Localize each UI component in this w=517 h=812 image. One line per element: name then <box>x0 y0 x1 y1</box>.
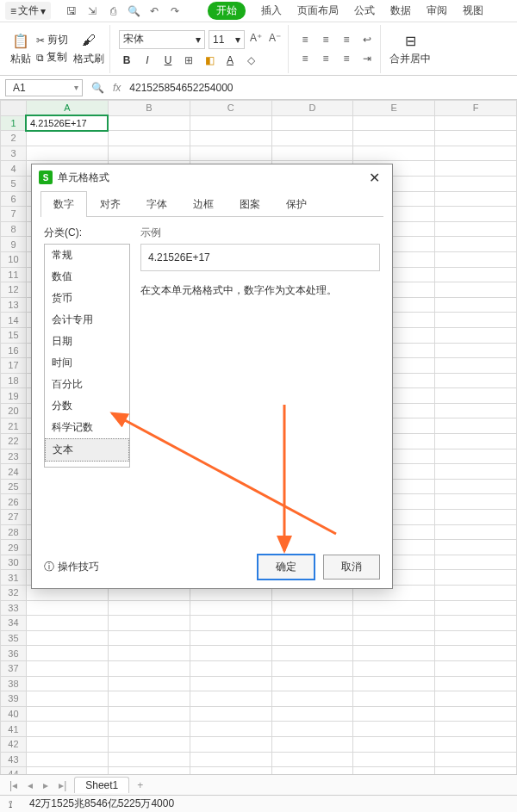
tab-pagelayout[interactable]: 页面布局 <box>297 3 339 18</box>
row-header[interactable]: 17 <box>1 358 27 374</box>
name-box[interactable]: A1 <box>5 79 83 96</box>
row-header[interactable]: 16 <box>1 343 27 358</box>
dlg-tab-number[interactable]: 数字 <box>40 191 87 217</box>
ok-button[interactable]: 确定 <box>258 555 315 580</box>
col-header[interactable]: D <box>271 101 353 116</box>
italic-icon[interactable]: I <box>140 53 155 68</box>
row-header[interactable]: 5 <box>1 176 27 191</box>
align-center-icon[interactable]: ≡ <box>318 51 333 66</box>
row-header[interactable]: 13 <box>1 297 27 313</box>
tab-formula[interactable]: 公式 <box>354 3 375 18</box>
row-header[interactable]: 27 <box>1 510 27 525</box>
tab-view[interactable]: 视图 <box>463 3 483 18</box>
row-header[interactable]: 3 <box>1 146 27 161</box>
row-header[interactable]: 43 <box>1 752 27 767</box>
file-menu[interactable]: ≡ 文件 ▾ <box>5 2 51 20</box>
row-header[interactable]: 14 <box>1 313 27 328</box>
align-bot-icon[interactable]: ≡ <box>339 32 354 47</box>
col-header[interactable]: E <box>353 101 435 116</box>
tab-insert[interactable]: 插入 <box>261 3 282 18</box>
redo-icon[interactable]: ↷ <box>168 4 182 18</box>
sheet-tab-1[interactable]: Sheet1 <box>74 777 129 793</box>
col-header[interactable]: A <box>26 101 108 116</box>
cut-button[interactable]: ✂剪切 <box>36 33 68 47</box>
zoom-icon[interactable]: 🔍 <box>91 82 104 94</box>
row-header[interactable]: 7 <box>1 207 27 222</box>
row-header[interactable]: 42 <box>1 736 27 752</box>
row-header[interactable]: 29 <box>1 540 27 555</box>
row-header[interactable]: 6 <box>1 191 27 207</box>
dlg-tab-pattern[interactable]: 图案 <box>227 191 273 217</box>
border-icon[interactable]: ⊞ <box>181 53 196 68</box>
row-header[interactable]: 37 <box>1 660 27 676</box>
row-header[interactable]: 39 <box>1 691 27 707</box>
merge-button[interactable]: ⊟ 合并居中 <box>389 31 431 66</box>
sheet-last-icon[interactable]: ▸| <box>56 779 69 791</box>
row-header[interactable]: 15 <box>1 327 27 343</box>
wrap-icon[interactable]: ↩ <box>359 32 375 47</box>
row-header[interactable]: 2 <box>1 131 27 146</box>
tips-link[interactable]: ⓘ操作技巧 <box>44 560 99 574</box>
row-header[interactable]: 10 <box>1 251 27 267</box>
row-header[interactable]: 9 <box>1 237 27 252</box>
indent-icon[interactable]: ⇥ <box>359 51 375 66</box>
row-header[interactable]: 25 <box>1 479 27 494</box>
copy-button[interactable]: ⧉复制 <box>36 50 68 65</box>
cat-date[interactable]: 日期 <box>45 331 129 352</box>
font-name-select[interactable]: 宋体▾ <box>119 30 205 49</box>
align-top-icon[interactable]: ≡ <box>297 32 313 47</box>
row-header[interactable]: 31 <box>1 570 27 586</box>
preview-icon[interactable]: 🔍 <box>127 4 140 18</box>
row-header[interactable]: 32 <box>1 586 27 601</box>
row-header[interactable]: 4 <box>1 161 27 177</box>
cell-a1[interactable]: 4.21526E+17 <box>26 115 108 131</box>
cat-fraction[interactable]: 分数 <box>45 395 129 417</box>
row-header[interactable]: 35 <box>1 630 27 646</box>
sheet-next-icon[interactable]: ▸ <box>40 779 51 791</box>
row-header[interactable]: 36 <box>1 646 27 661</box>
print-icon[interactable]: ⎙ <box>106 4 120 18</box>
cat-text[interactable]: 文本 <box>45 438 129 462</box>
cancel-button[interactable]: 取消 <box>323 555 380 580</box>
paste-button[interactable]: 📋 粘贴 <box>10 31 31 66</box>
dialog-titlebar[interactable]: S 单元格格式 ✕ <box>32 164 392 190</box>
cat-scientific[interactable]: 科学记数 <box>45 417 129 438</box>
align-mid-icon[interactable]: ≡ <box>318 32 333 47</box>
bold-icon[interactable]: B <box>119 53 134 68</box>
save-icon[interactable]: 🖫 <box>65 4 78 18</box>
formula-value[interactable]: 421525854652254000 <box>129 82 512 94</box>
category-list[interactable]: 常规 数值 货币 会计专用 日期 时间 百分比 分数 科学记数 文本 特殊 自定… <box>44 244 130 468</box>
dlg-tab-border[interactable]: 边框 <box>180 191 227 217</box>
row-header[interactable]: 41 <box>1 722 27 737</box>
col-header[interactable]: C <box>190 101 271 116</box>
add-sheet-button[interactable]: + <box>134 779 146 791</box>
underline-icon[interactable]: U <box>160 53 176 68</box>
dlg-tab-font[interactable]: 字体 <box>134 191 180 217</box>
align-left-icon[interactable]: ≡ <box>297 51 313 66</box>
row-header[interactable]: 38 <box>1 676 27 691</box>
tab-start[interactable]: 开始 <box>208 2 246 20</box>
sheet-prev-icon[interactable]: ◂ <box>25 779 35 791</box>
col-header[interactable]: B <box>108 101 190 116</box>
row-header[interactable]: 34 <box>1 616 27 631</box>
saveas-icon[interactable]: ⇲ <box>85 4 99 18</box>
cat-currency[interactable]: 货币 <box>45 288 129 309</box>
row-header[interactable]: 20 <box>1 403 27 418</box>
fill-color-icon[interactable]: ◧ <box>202 53 217 68</box>
clear-format-icon[interactable]: ◇ <box>243 53 258 68</box>
row-header[interactable]: 19 <box>1 388 27 404</box>
row-header[interactable]: 22 <box>1 434 27 449</box>
cat-accounting[interactable]: 会计专用 <box>45 309 129 331</box>
cat-percentage[interactable]: 百分比 <box>45 374 129 395</box>
row-header[interactable]: 33 <box>1 600 27 616</box>
decrease-font-icon[interactable]: A⁻ <box>267 30 283 46</box>
cat-special[interactable]: 特殊 <box>45 462 129 468</box>
dlg-tab-align[interactable]: 对齐 <box>87 191 134 217</box>
undo-icon[interactable]: ↶ <box>147 4 161 18</box>
select-all-corner[interactable] <box>1 101 27 116</box>
row-header[interactable]: 23 <box>1 449 27 464</box>
font-size-select[interactable]: 11▾ <box>209 30 245 49</box>
row-header[interactable]: 24 <box>1 464 27 480</box>
dlg-tab-protect[interactable]: 保护 <box>273 191 320 217</box>
font-color-icon[interactable]: A <box>222 53 238 68</box>
